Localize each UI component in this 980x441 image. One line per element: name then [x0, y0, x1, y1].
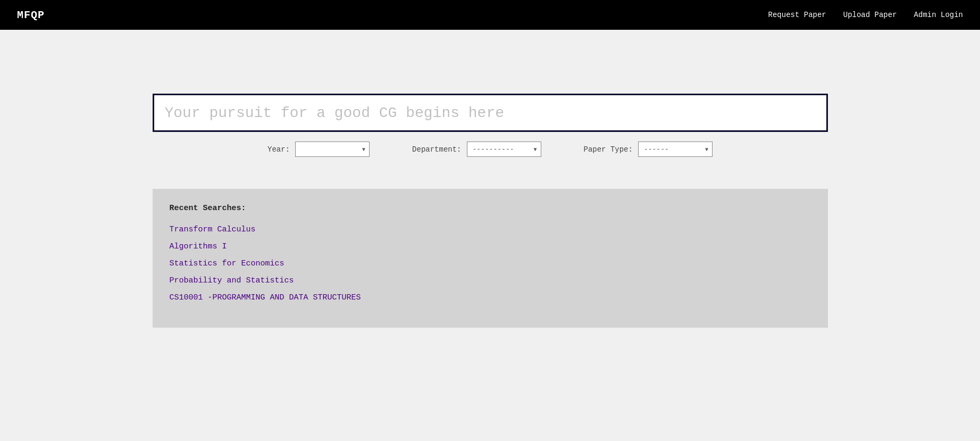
paper-type-filter-group: Paper Type: ------ Mid Sem End Sem [584, 142, 713, 157]
department-label: Department: [412, 145, 461, 154]
search-input[interactable] [165, 105, 816, 121]
department-select-wrapper: ---------- CSE ECE ME CE EE [467, 142, 541, 157]
year-label: Year: [267, 145, 290, 154]
navbar-links: Request Paper Upload Paper Admin Login [768, 11, 963, 19]
paper-type-label: Paper Type: [584, 145, 633, 154]
recent-search-item[interactable]: Transform Calculus [170, 223, 811, 236]
navbar: MFQP Request Paper Upload Paper Admin Lo… [0, 0, 980, 30]
main-content: Year: 2020 2021 2022 2023 2024 Departmen… [0, 30, 980, 441]
year-select[interactable]: 2020 2021 2022 2023 2024 [295, 142, 370, 157]
recent-search-item[interactable]: Algorithms I [170, 240, 811, 253]
filters-row: Year: 2020 2021 2022 2023 2024 Departmen… [153, 142, 828, 157]
admin-login-link[interactable]: Admin Login [914, 11, 963, 19]
recent-search-item[interactable]: Probability and Statistics [170, 274, 811, 287]
upload-paper-link[interactable]: Upload Paper [843, 11, 897, 19]
department-filter-group: Department: ---------- CSE ECE ME CE EE [412, 142, 541, 157]
recent-search-item[interactable]: Statistics for Economics [170, 257, 811, 270]
navbar-brand[interactable]: MFQP [17, 9, 45, 21]
paper-type-select[interactable]: ------ Mid Sem End Sem [638, 142, 713, 157]
recent-search-item[interactable]: CS10001 -PROGRAMMING AND DATA STRUCTURES [170, 292, 811, 304]
year-select-wrapper: 2020 2021 2022 2023 2024 [295, 142, 370, 157]
recent-searches-title: Recent Searches: [170, 204, 811, 213]
paper-type-select-wrapper: ------ Mid Sem End Sem [638, 142, 713, 157]
year-filter-group: Year: 2020 2021 2022 2023 2024 [267, 142, 370, 157]
search-container: Year: 2020 2021 2022 2023 2024 Departmen… [153, 94, 828, 157]
department-select[interactable]: ---------- CSE ECE ME CE EE [467, 142, 541, 157]
request-paper-link[interactable]: Request Paper [768, 11, 826, 19]
recent-searches-panel: Recent Searches: Transform Calculus Algo… [153, 189, 828, 328]
search-input-wrapper [153, 94, 828, 132]
